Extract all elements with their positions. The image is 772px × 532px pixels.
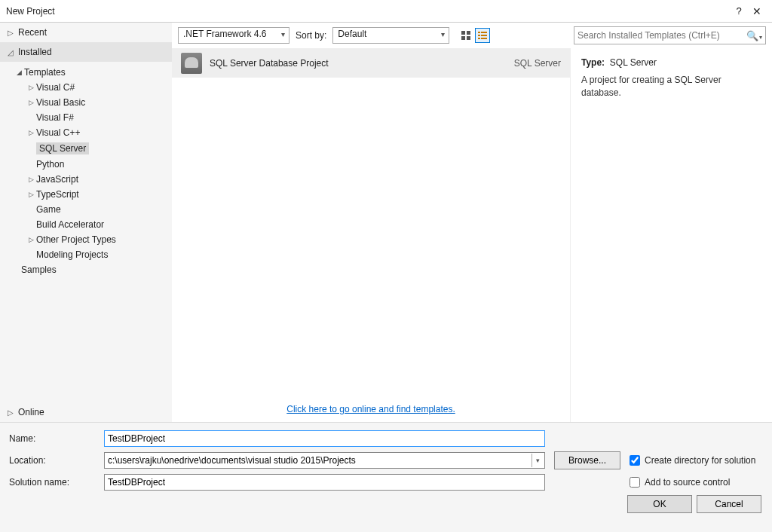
info-panel: Type: SQL Server A project for creating …: [570, 48, 772, 422]
chevron-right-icon: ▷: [27, 191, 35, 198]
nav-online[interactable]: ▷ Online: [0, 402, 172, 422]
tree-item-label: Other Project Types: [36, 234, 116, 245]
createdir-checkbox-row[interactable]: Create directory for solution: [630, 455, 755, 466]
svg-rect-9: [481, 38, 487, 39]
nav-recent-label: Recent: [18, 27, 47, 38]
tree-item-label: Modeling Projects: [36, 249, 108, 260]
framework-value: .NET Framework 4.6: [183, 29, 266, 39]
chevron-right-icon: ▷: [27, 129, 35, 136]
tree-item-javascript[interactable]: ▷JavaScript: [0, 172, 172, 187]
search-input[interactable]: [577, 30, 746, 41]
chevron-down-icon: ◿: [8, 48, 15, 57]
solution-input[interactable]: [104, 474, 545, 491]
sourcecontrol-checkbox[interactable]: [630, 477, 640, 488]
svg-rect-7: [481, 35, 487, 36]
nav-installed[interactable]: ◿ Installed: [0, 42, 172, 62]
tree-item-label: SQL Server: [36, 142, 89, 154]
chevron-right-icon: ▷: [8, 408, 15, 417]
content-area: ▷ Recent ◿ Installed ◢ Templates ▷Visual…: [0, 23, 772, 422]
name-label: Name:: [9, 433, 100, 444]
right-panel: .NET Framework 4.6 Sort by: Default 🔍: [172, 23, 772, 422]
tree-item-label: Visual C++: [36, 127, 80, 138]
tree-item-label: Visual F#: [36, 112, 74, 123]
close-icon[interactable]: ✕: [748, 5, 766, 17]
nav-online-label: Online: [18, 407, 44, 417]
tree-item-other-project-types[interactable]: ▷Other Project Types: [0, 232, 172, 247]
online-link-row: Click here to go online and find templat…: [172, 396, 570, 422]
svg-rect-0: [461, 31, 465, 35]
footer-form: Name: Location: ▾ Browse... Create direc…: [0, 422, 772, 532]
tree-samples-label: Samples: [21, 264, 57, 275]
sourcecontrol-checkbox-row[interactable]: Add to source control: [630, 477, 730, 488]
window-title: New Project: [6, 6, 730, 17]
svg-rect-6: [478, 35, 480, 36]
chevron-down-icon: ◢: [15, 69, 23, 76]
solution-label: Solution name:: [9, 477, 100, 488]
tree-samples[interactable]: Samples: [0, 262, 172, 277]
view-grid-icon[interactable]: [458, 28, 473, 43]
svg-rect-8: [478, 38, 480, 39]
tree-item-visual-f-[interactable]: Visual F#: [0, 110, 172, 125]
type-label: Type:: [581, 57, 605, 68]
chevron-right-icon: ▷: [8, 29, 15, 37]
search-icon[interactable]: 🔍: [746, 30, 762, 41]
middle-row: SQL Server Database Project SQL Server C…: [172, 48, 772, 422]
filter-bar: .NET Framework 4.6 Sort by: Default 🔍: [172, 23, 772, 48]
template-list: SQL Server Database Project SQL Server C…: [172, 48, 570, 422]
online-templates-link[interactable]: Click here to go online and find templat…: [286, 404, 455, 414]
location-dropdown-icon[interactable]: ▾: [532, 454, 544, 467]
tree-item-game[interactable]: Game: [0, 202, 172, 217]
template-item-sqlserver[interactable]: SQL Server Database Project SQL Server: [172, 49, 570, 78]
database-icon: [181, 53, 202, 74]
svg-rect-1: [467, 31, 470, 35]
browse-button[interactable]: Browse...: [554, 451, 620, 469]
nav-installed-label: Installed: [18, 47, 52, 57]
template-name: SQL Server Database Project: [210, 58, 507, 69]
tree-item-label: Build Accelerator: [36, 219, 104, 230]
sourcecontrol-label: Add to source control: [645, 477, 730, 488]
view-list-icon[interactable]: [475, 28, 490, 43]
tree-item-label: Game: [36, 204, 61, 215]
ok-button[interactable]: OK: [627, 495, 692, 513]
chevron-right-icon: ▷: [27, 176, 35, 183]
chevron-right-icon: ▷: [27, 84, 35, 91]
tree-item-visual-c-[interactable]: ▷Visual C++: [0, 125, 172, 140]
type-description: A project for creating a SQL Server data…: [581, 74, 761, 99]
tree-item-label: TypeScript: [36, 189, 79, 200]
tree-item-sql-server[interactable]: SQL Server: [0, 140, 172, 157]
help-icon[interactable]: ?: [730, 5, 748, 17]
svg-rect-4: [478, 32, 480, 33]
search-box[interactable]: 🔍: [574, 26, 766, 44]
location-wrap: ▾: [104, 452, 545, 469]
tree-templates-label: Templates: [24, 67, 66, 78]
createdir-checkbox[interactable]: [630, 455, 640, 466]
titlebar: New Project ? ✕: [0, 0, 772, 23]
tree-item-python[interactable]: Python: [0, 157, 172, 172]
framework-select[interactable]: .NET Framework 4.6: [178, 27, 290, 44]
cancel-button[interactable]: Cancel: [697, 495, 761, 513]
name-input[interactable]: [104, 430, 545, 447]
svg-rect-5: [481, 32, 487, 33]
location-input[interactable]: [104, 452, 545, 469]
left-panel: ▷ Recent ◿ Installed ◢ Templates ▷Visual…: [0, 23, 172, 422]
location-label: Location:: [9, 455, 100, 466]
tree-item-modeling-projects[interactable]: Modeling Projects: [0, 247, 172, 262]
svg-rect-2: [461, 36, 465, 40]
tree-item-visual-c-[interactable]: ▷Visual C#: [0, 80, 172, 95]
template-tree: ◢ Templates ▷Visual C#▷Visual BasicVisua…: [0, 62, 172, 402]
chevron-right-icon: ▷: [27, 99, 35, 106]
tree-templates[interactable]: ◢ Templates: [0, 65, 172, 80]
sort-select[interactable]: Default: [332, 27, 449, 44]
tree-item-build-accelerator[interactable]: Build Accelerator: [0, 217, 172, 232]
type-line: Type: SQL Server: [581, 57, 761, 68]
sort-value: Default: [338, 29, 366, 39]
tree-item-visual-basic[interactable]: ▷Visual Basic: [0, 95, 172, 110]
sort-label: Sort by:: [296, 30, 326, 41]
type-value: SQL Server: [610, 57, 657, 68]
tree-item-typescript[interactable]: ▷TypeScript: [0, 187, 172, 202]
tree-item-label: JavaScript: [36, 174, 78, 185]
tree-item-label: Visual C#: [36, 82, 75, 93]
tree-item-label: Visual Basic: [36, 97, 85, 108]
nav-recent[interactable]: ▷ Recent: [0, 23, 172, 42]
template-lang: SQL Server: [514, 58, 561, 69]
